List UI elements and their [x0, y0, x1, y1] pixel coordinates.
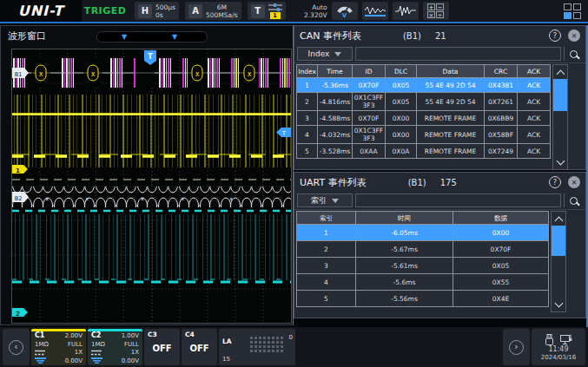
cell-time: -5.36ms	[318, 78, 353, 93]
col-header-ack: ACK	[518, 65, 551, 78]
svg-text:x: x	[141, 195, 144, 201]
cell-data: 0X00	[453, 225, 549, 241]
uart-panel-title: UART 事件列表	[300, 176, 367, 189]
cell-id: 0X1C3FF3F3	[353, 93, 386, 111]
scroll-up-button[interactable]	[552, 212, 565, 226]
can-filter-dropdown[interactable]: Index	[297, 47, 353, 61]
channel-2-offset: 0.00V	[122, 357, 139, 365]
can-panel-title: CAN 事件列表	[300, 29, 361, 43]
collapse-left-button[interactable]: ‹	[3, 329, 30, 365]
uart-search-input[interactable]	[355, 193, 561, 207]
scroll-down-button[interactable]	[553, 155, 567, 169]
table-row[interactable]: 5 -3.528ms 0XAA 0X0A REMOTE FRAME 0X7249…	[297, 144, 551, 159]
scroll-up-button[interactable]	[553, 65, 567, 79]
bus1-trace: x x x x T	[12, 50, 291, 88]
scroll-thumb[interactable]	[553, 79, 567, 111]
table-row[interactable]: 5 -5.56ms 0X4E	[297, 291, 549, 307]
timebase-navigator[interactable]: ▼ ▼	[96, 31, 208, 43]
table-row[interactable]: 3 -5.61ms 0X05	[297, 258, 549, 274]
waveform-window: 波形窗口 ▼ ▼	[0, 25, 294, 325]
svg-text:x: x	[85, 195, 89, 201]
cell-data: 0X05	[453, 258, 549, 274]
can-table-wrap: Index Time ID DLC Data CRC ACK 1	[294, 63, 585, 170]
channel-2-name: C2	[91, 332, 101, 340]
help-icon[interactable]: ?	[549, 29, 561, 42]
uart-filter-dropdown[interactable]: 索引	[297, 193, 353, 207]
cell-index: 1	[297, 225, 356, 241]
cell-data: 0X4E	[453, 291, 549, 307]
table-row[interactable]: 2 -4.816ms 0X1C3FF3F3 0X05 55 4E 49 2D 5…	[297, 93, 551, 111]
scroll-track[interactable]	[552, 226, 565, 298]
chevron-down-icon	[334, 52, 341, 56]
waveform-display-button[interactable]	[362, 2, 388, 20]
ground-icon	[91, 357, 102, 364]
trigger-level: 2.320V	[304, 11, 327, 19]
search-icon	[570, 50, 578, 58]
cell-crc: 0X6BB9	[485, 111, 518, 126]
cell-index: 3	[297, 258, 356, 274]
close-icon[interactable]: ✕	[568, 29, 580, 42]
horizontal-settings-button[interactable]: H 500μs 0s	[135, 2, 179, 20]
scroll-thumb[interactable]	[552, 226, 565, 256]
system-status-box[interactable]: 11:49 2024/03/16	[532, 329, 585, 365]
acquire-key: A	[188, 4, 202, 18]
trigger-settings-button[interactable]: T 1	[248, 2, 286, 20]
cell-data: 55 4E 49 2D 54	[417, 78, 485, 93]
can-table-body: 1 -5.36ms 0X70F 0X05 55 4E 49 2D 54 0X43…	[297, 78, 551, 159]
math-icon: + − × ÷	[427, 3, 444, 18]
col-header-id: ID	[353, 65, 386, 78]
channel-3-box[interactable]: C3 OFF	[144, 329, 180, 365]
scroll-down-button[interactable]	[552, 298, 565, 311]
cell-index: 3	[297, 111, 318, 126]
cell-dlc: 0X05	[386, 93, 417, 111]
cell-index: 4	[297, 274, 356, 291]
can-search-button[interactable]	[564, 47, 583, 61]
logic-analyzer-box[interactable]: LA 0 15	[219, 329, 295, 365]
channel-4-box[interactable]: C4 OFF	[182, 329, 217, 365]
event-list-column: CAN 事件列表 (B1) 21 ? ✕ Index	[294, 25, 588, 327]
chevron-down-icon	[556, 156, 565, 165]
cell-index: 5	[297, 144, 318, 159]
math-button[interactable]: + − × ÷	[423, 2, 449, 20]
close-icon[interactable]: ✕	[568, 176, 580, 188]
waveform-icon	[365, 4, 386, 17]
la-high-value: 0	[289, 334, 293, 341]
can-scrollbar[interactable]	[552, 64, 568, 170]
table-row[interactable]: 1 -5.36ms 0X70F 0X05 55 4E 49 2D 54 0X43…	[297, 78, 551, 93]
cell-id: 0X70F	[353, 111, 386, 126]
col-header-index: Index	[297, 65, 318, 78]
fft-button[interactable]	[393, 2, 419, 20]
ch2-position-tag[interactable]: 2	[12, 308, 28, 318]
uart-bus-label: (B1)	[408, 178, 426, 187]
acquire-settings-button[interactable]: A 6M 500MSa/s	[185, 2, 241, 20]
can-panel-header: CAN 事件列表 (B1) 21 ? ✕	[294, 26, 585, 45]
ch1-trace	[12, 95, 291, 167]
coupling-icon	[35, 350, 45, 356]
table-row[interactable]: 3 -4.588ms 0X70F 0X00 REMOTE FRAME 0X6BB…	[297, 111, 551, 126]
table-row[interactable]: 4 -4.032ms 0X1C3FF3F3 0X00 REMOTE FRAME …	[297, 126, 551, 144]
channel-2-box[interactable]: C2 1.00V 1MΩ FULL 1X 0.00V	[88, 329, 142, 365]
trigger-mode: Auto	[312, 3, 327, 11]
can-search-input[interactable]	[355, 47, 561, 61]
channel-1-box[interactable]: C1 2.00V 1MΩ FULL 1X 0.00V	[31, 329, 86, 365]
uart-scrollbar[interactable]	[551, 211, 566, 312]
table-row[interactable]: 4 -5.6ms 0X55	[297, 274, 549, 291]
table-row[interactable]: 2 -5.67ms 0X70F	[297, 241, 549, 258]
uart-search-button[interactable]	[564, 193, 583, 207]
table-row[interactable]: 1 -6.05ms 0X00	[297, 225, 549, 241]
navigator-marker-1-icon[interactable]: ▼	[122, 32, 127, 43]
navigator-marker-2-icon[interactable]: ▼	[172, 32, 177, 43]
cell-time: -6.05ms	[356, 225, 453, 241]
chevron-down-icon	[332, 199, 339, 203]
uart-table-body: 1 -6.05ms 0X00 2 -5.67ms 0X70F 3 -5.61ms…	[297, 225, 549, 307]
scroll-track[interactable]	[553, 79, 567, 155]
help-icon[interactable]: ?	[549, 176, 561, 188]
channel-3-state: OFF	[148, 344, 176, 353]
dvm-button[interactable]: V	[332, 2, 358, 20]
expand-right-button[interactable]: ›	[503, 329, 530, 365]
waveform-grid[interactable]: x x x x T	[11, 49, 292, 324]
cell-index: 2	[297, 241, 356, 258]
col-header-time: 时间	[356, 212, 453, 225]
cell-index: 1	[297, 78, 318, 93]
window-layout-icon[interactable]	[564, 3, 581, 19]
